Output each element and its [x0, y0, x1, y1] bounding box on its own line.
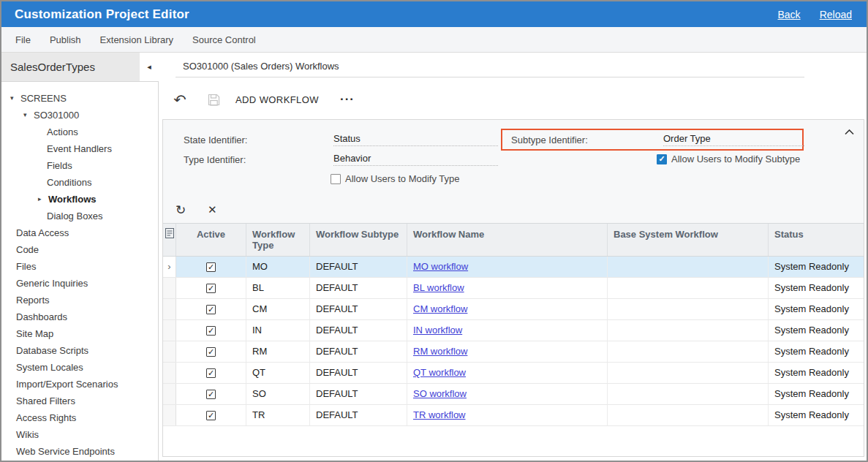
grid-toolbar: ↻ ✕: [163, 197, 864, 223]
sidebar-item-workflows[interactable]: ▸Workflows: [1, 191, 158, 208]
sidebar-item-code[interactable]: Code: [1, 241, 158, 258]
allow-modify-subtype-checkbox[interactable]: ✓ Allow Users to Modify Subtype: [657, 154, 800, 164]
table-row-so[interactable]: ✓SODEFAULTSO workflowSystem Readonly: [163, 384, 864, 405]
undo-icon[interactable]: ↶: [173, 91, 186, 108]
active-checkbox[interactable]: ✓: [206, 347, 216, 357]
sidebar-item-dashboards[interactable]: Dashboards: [1, 308, 158, 325]
allow-modify-type-checkbox[interactable]: Allow Users to Modify Type: [331, 173, 460, 184]
sidebar-item-web-service-endpoints[interactable]: Web Service Endpoints: [1, 443, 158, 460]
menu-item-extension-library[interactable]: Extension Library: [91, 34, 183, 45]
workflow-name-link[interactable]: TR workflow: [413, 409, 466, 420]
state-identifier-label: State Identifier:: [184, 135, 247, 145]
sidebar-collapse-button[interactable]: ◂: [140, 53, 159, 81]
cell-workflow-type: MO: [246, 257, 310, 277]
active-checkbox[interactable]: ✓: [206, 368, 216, 378]
delete-row-icon[interactable]: ✕: [208, 203, 217, 216]
column-header-status[interactable]: Status: [769, 224, 864, 256]
workflow-name-link[interactable]: IN workflow: [413, 325, 462, 336]
selected-row-marker-icon[interactable]: ›: [163, 257, 176, 277]
subtype-identifier-value[interactable]: Order Type: [663, 133, 804, 146]
column-header-workflow-subtype[interactable]: Workflow Subtype: [310, 224, 407, 256]
sidebar-item-system-locales[interactable]: System Locales: [1, 359, 158, 376]
sidebar-item-actions[interactable]: Actions: [1, 124, 158, 140]
collapsed-arrow-icon[interactable]: ▸: [38, 191, 48, 208]
sidebar-item-conditions[interactable]: Conditions: [1, 174, 158, 191]
cell-base-system-workflow: [608, 405, 769, 425]
customization-project-editor-window: Customization Project Editor Back Reload…: [0, 0, 868, 462]
sidebar-item-so301000[interactable]: ▾SO301000: [1, 107, 158, 124]
row-selector[interactable]: [163, 320, 176, 341]
sidebar-item-site-map[interactable]: Site Map: [1, 325, 158, 342]
table-row-qt[interactable]: ✓QTDEFAULTQT workflowSystem Readonly: [163, 363, 864, 384]
allow-modify-subtype-label: Allow Users to Modify Subtype: [671, 154, 800, 164]
workflow-name-link[interactable]: MO workflow: [413, 261, 468, 272]
cell-workflow-name: IN workflow: [407, 320, 608, 341]
column-header-workflow-type[interactable]: Workflow Type: [246, 224, 310, 256]
row-settings-icon[interactable]: [163, 224, 176, 256]
active-checkbox[interactable]: ✓: [206, 390, 216, 399]
sidebar-item-fields[interactable]: Fields: [1, 157, 158, 174]
row-selector[interactable]: [163, 384, 176, 404]
cell-status: System Readonly: [769, 384, 864, 404]
state-identifier-value[interactable]: Status: [333, 133, 498, 146]
table-row-bl[interactable]: ✓BLDEFAULTBL workflowSystem Readonly: [163, 278, 864, 299]
add-workflow-button[interactable]: ADD WORKFLOW: [235, 94, 319, 105]
workflow-name-link[interactable]: CM workflow: [413, 303, 467, 314]
tree-item-label: Wikis: [16, 426, 39, 443]
menu-item-source-control[interactable]: Source Control: [183, 34, 265, 45]
workflow-name-link[interactable]: RM workflow: [413, 346, 467, 357]
workflow-name-link[interactable]: QT workflow: [413, 367, 466, 378]
row-selector[interactable]: [163, 341, 176, 362]
sidebar-item-screens[interactable]: ▾SCREENS: [1, 90, 158, 107]
table-row-rm[interactable]: ✓RMDEFAULTRM workflowSystem Readonly: [163, 341, 864, 363]
active-checkbox[interactable]: ✓: [206, 284, 216, 293]
row-selector[interactable]: [163, 278, 176, 298]
table-row-in[interactable]: ✓INDEFAULTIN workflowSystem Readonly: [163, 320, 864, 341]
menu-item-publish[interactable]: Publish: [40, 34, 91, 45]
active-checkbox[interactable]: ✓: [206, 305, 216, 314]
active-checkbox[interactable]: ✓: [206, 262, 216, 272]
sidebar-item-shared-filters[interactable]: Shared Filters: [1, 393, 158, 409]
cell-base-system-workflow: [608, 257, 769, 277]
sidebar-item-event-handlers[interactable]: Event Handlers: [1, 140, 158, 157]
cell-active: ✓: [176, 341, 246, 362]
sidebar-item-access-rights[interactable]: Access Rights: [1, 409, 158, 426]
tree-item-label: Code: [16, 241, 39, 258]
sidebar-item-files[interactable]: Files: [1, 258, 158, 275]
row-selector[interactable]: [163, 363, 176, 383]
workflow-name-link[interactable]: SO workflow: [413, 388, 467, 399]
sidebar-item-wikis[interactable]: Wikis: [1, 426, 158, 443]
sidebar-item-database-scripts[interactable]: Database Scripts: [1, 342, 158, 359]
collapse-panel-icon[interactable]: [845, 125, 854, 138]
tree-item-label: Fields: [47, 157, 72, 174]
type-identifier-value[interactable]: Behavior: [333, 153, 498, 166]
sidebar-item-reports[interactable]: Reports: [1, 292, 158, 308]
cell-workflow-name: RM workflow: [407, 341, 608, 362]
sidebar-item-data-access[interactable]: Data Access: [1, 224, 158, 241]
sidebar-item-dialog-boxes[interactable]: Dialog Boxes: [1, 208, 158, 224]
cell-workflow-subtype: DEFAULT: [310, 341, 407, 362]
active-checkbox[interactable]: ✓: [206, 326, 216, 336]
main-content: SO301000 (Sales Orders) Workflows ↶ ADD …: [162, 53, 864, 461]
row-selector[interactable]: [163, 299, 176, 319]
expanded-arrow-icon[interactable]: ▾: [23, 107, 34, 124]
expanded-arrow-icon[interactable]: ▾: [10, 90, 20, 107]
table-row-tr[interactable]: ✓TRDEFAULTTR workflowSystem Readonly: [163, 405, 864, 426]
tree-item-label: Database Scripts: [16, 342, 88, 359]
reload-link[interactable]: Reload: [820, 9, 852, 20]
column-header-workflow-name[interactable]: Workflow Name: [407, 224, 608, 256]
active-checkbox[interactable]: ✓: [206, 411, 216, 420]
table-row-cm[interactable]: ✓CMDEFAULTCM workflowSystem Readonly: [163, 299, 864, 320]
row-selector[interactable]: [163, 405, 176, 425]
sidebar-item-generic-inquiries[interactable]: Generic Inquiries: [1, 275, 158, 292]
workflow-name-link[interactable]: BL workflow: [413, 282, 464, 293]
table-row-mo[interactable]: ›✓MODEFAULTMO workflowSystem Readonly: [163, 257, 864, 278]
column-header-base-system-workflow[interactable]: Base System Workflow: [608, 224, 769, 256]
back-link[interactable]: Back: [778, 9, 801, 20]
more-options-icon[interactable]: ···: [340, 92, 355, 107]
save-icon[interactable]: [208, 94, 220, 106]
sidebar-item-import-export-scenarios[interactable]: Import/Export Scenarios: [1, 376, 158, 393]
column-header-active[interactable]: Active: [176, 224, 246, 256]
refresh-icon[interactable]: ↻: [176, 202, 186, 218]
menu-item-file[interactable]: File: [6, 34, 40, 45]
